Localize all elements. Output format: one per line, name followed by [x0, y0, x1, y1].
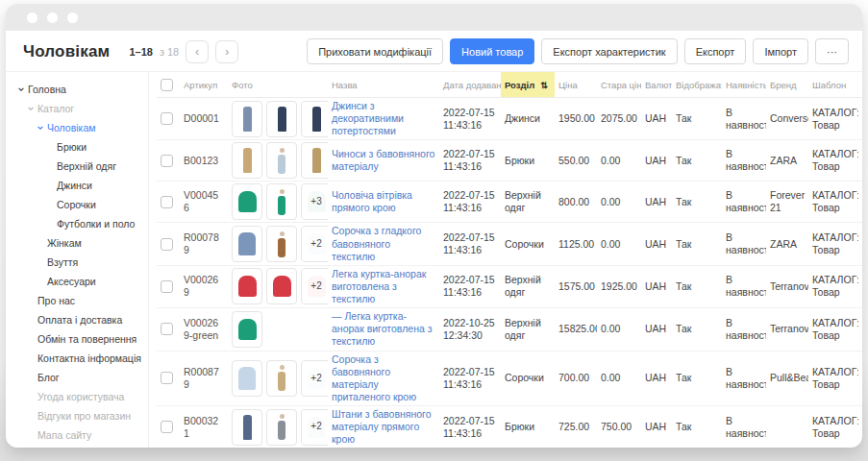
product-photo[interactable] — [266, 226, 297, 262]
row-checkbox[interactable] — [161, 280, 173, 293]
column-header-price[interactable]: Ціна — [555, 72, 597, 98]
import-button[interactable]: Імпорт — [753, 38, 808, 64]
sidebar-item-mapa-saytu[interactable]: Мапа сайту — [6, 425, 148, 445]
column-header-section[interactable]: Розділ⇅ — [501, 72, 555, 98]
cell-photos: +2 — [228, 223, 328, 265]
sidebar-item-zhinkam[interactable]: Жінкам — [6, 233, 148, 253]
column-header-brand[interactable]: Бренд — [766, 72, 808, 98]
sidebar-item-vzuttya[interactable]: Взуття — [6, 253, 148, 272]
new-product-button[interactable]: Новий товар — [450, 38, 534, 64]
sort-icon[interactable]: ⇅ — [540, 81, 548, 90]
more-actions-button[interactable]: ··· — [815, 38, 849, 64]
cell-select — [157, 140, 180, 182]
product-photo[interactable] — [232, 409, 262, 446]
row-checkbox[interactable] — [161, 372, 173, 384]
cell-old-price: 0.00 — [597, 182, 641, 223]
sidebar-item-aksesuary[interactable]: Аксесуари — [6, 272, 148, 291]
product-name-link[interactable]: Штани з бавовняного матеріалу прямого кр… — [332, 408, 435, 446]
column-header-old_price[interactable]: Стара ціна — [597, 72, 641, 98]
row-checkbox[interactable] — [161, 155, 173, 167]
product-photo[interactable] — [232, 101, 262, 137]
column-header-stock[interactable]: Наявність — [722, 72, 766, 98]
sidebar-item-oplata-i-dostavka[interactable]: Оплата і доставка — [6, 310, 148, 329]
cell-name: — Легка куртка-анорак виготовлена з текс… — [328, 308, 439, 351]
chevron-down-icon — [35, 124, 46, 132]
product-photo[interactable] — [266, 142, 297, 179]
product-photo[interactable] — [232, 360, 262, 397]
page-header: Чоловікам 1–18 з 18 ‹ › Приховати модифі… — [6, 31, 862, 71]
column-header-display[interactable]: Відображати — [672, 72, 722, 98]
select-all-checkbox[interactable] — [161, 79, 173, 91]
sidebar-item-cholovikam[interactable]: Чоловікам — [6, 118, 148, 137]
product-photo[interactable] — [266, 101, 297, 137]
sidebar-item-vidguky-pro-magazyn[interactable]: Відгуки про магазин — [6, 406, 148, 425]
garment-shape — [312, 148, 321, 173]
product-photo[interactable] — [301, 142, 328, 179]
product-photo[interactable] — [232, 268, 262, 304]
sidebar-item-bryuky[interactable]: Брюки — [6, 137, 148, 157]
sidebar-item-futbolky-i-polo[interactable]: Футболки и поло — [6, 214, 148, 233]
product-photo[interactable] — [232, 142, 262, 179]
sidebar-item-sorochky[interactable]: Сорочки — [6, 195, 148, 214]
next-page-button[interactable]: › — [215, 40, 238, 63]
photo-strip: +2 — [232, 268, 324, 304]
sidebar-item-label: Контактна інформація — [37, 352, 141, 364]
sidebar-item-blog[interactable]: Блог — [6, 368, 148, 387]
more-photos-thumb[interactable]: +2 — [301, 268, 328, 304]
product-name-link[interactable]: Легка куртка-анорак виготовлена з тексти… — [332, 268, 435, 305]
product-photo[interactable] — [232, 183, 262, 220]
window-control-dot[interactable] — [47, 12, 58, 23]
row-checkbox[interactable] — [161, 323, 173, 335]
column-header-label: Назва — [332, 80, 358, 90]
sidebar-item-ugoda-korystuvacha[interactable]: Угода користувача — [6, 387, 148, 406]
sidebar-item-obmin-ta-povernennya[interactable]: Обмін та повернення — [6, 329, 148, 349]
row-checkbox[interactable] — [161, 421, 173, 433]
column-header-name[interactable]: Назва — [328, 72, 439, 98]
sidebar-item-golovna[interactable]: Головна — [6, 80, 148, 99]
prev-page-button[interactable]: ‹ — [186, 40, 209, 63]
sidebar-item-label: Верхній одяг — [57, 160, 116, 172]
column-header-template[interactable]: Шаблон — [808, 72, 858, 98]
sidebar-item-pro-nas[interactable]: Про нас — [6, 291, 148, 310]
column-header-sku[interactable]: Артикул — [180, 72, 228, 98]
row-checkbox[interactable] — [161, 196, 173, 208]
more-photos-thumb[interactable]: +2 — [301, 409, 328, 446]
window-control-dot[interactable] — [27, 12, 37, 23]
product-name-link[interactable]: Джинси з декоративними потертостями — [332, 100, 435, 137]
product-name-link[interactable]: Сорочка з гладкого бавовняного текстилю — [332, 225, 435, 262]
cell-date: 2022-07-15 11:43:16 — [439, 98, 501, 140]
column-header-date[interactable]: Дата додавання — [439, 72, 501, 98]
table-row: V000269-green— Легка куртка-анорак вигот… — [157, 308, 862, 351]
sidebar-item-kontaktna-informatsiya[interactable]: Контактна інформація — [6, 349, 148, 368]
more-photos-thumb[interactable]: +3 — [301, 183, 328, 220]
row-checkbox[interactable] — [161, 112, 173, 125]
sidebar-item-verkhniy-odyag[interactable]: Верхній одяг — [6, 157, 148, 176]
row-checkbox[interactable] — [161, 238, 173, 251]
column-header-currency[interactable]: Валюта — [641, 72, 672, 98]
chevron-down-icon — [25, 105, 37, 112]
product-photo[interactable] — [266, 360, 297, 397]
product-photo[interactable] — [266, 268, 297, 304]
product-name-link[interactable]: — Легка куртка-анорак виготовлена з текс… — [332, 310, 435, 348]
column-header-photo[interactable]: Фото — [228, 72, 328, 98]
sidebar-item-label: Взуття — [47, 256, 78, 268]
export-button[interactable]: Експорт — [684, 38, 747, 64]
product-photo[interactable] — [266, 183, 297, 220]
product-name-link[interactable]: Чиноси з бавовняного матеріалу — [332, 148, 435, 173]
more-photos-thumb[interactable]: +2 — [301, 226, 328, 262]
more-photos-thumb[interactable]: +2 — [301, 360, 328, 397]
product-name-link[interactable]: Сорочка з бавовняного матеріалу притален… — [332, 353, 435, 404]
hide-modifications-button[interactable]: Приховати модифікації — [307, 38, 443, 64]
product-photo[interactable] — [301, 101, 328, 137]
cell-date: 2022-07-15 11:43:16 — [439, 265, 501, 307]
product-photo[interactable] — [266, 409, 297, 446]
window-control-dot[interactable] — [67, 12, 78, 23]
export-characteristics-button[interactable]: Експорт характеристик — [541, 38, 677, 64]
product-name-link[interactable]: Чоловіча вітрівка прямого крою — [332, 189, 435, 214]
sidebar-item-dzhynsy[interactable]: Джинси — [6, 176, 148, 195]
sidebar-item-katalog[interactable]: Каталог — [6, 99, 148, 118]
cell-date: 2022-07-15 11:43:16 — [439, 406, 501, 449]
product-photo[interactable] — [232, 311, 262, 348]
product-photo[interactable] — [232, 226, 262, 262]
pagination-range: 1–18 — [129, 46, 152, 58]
